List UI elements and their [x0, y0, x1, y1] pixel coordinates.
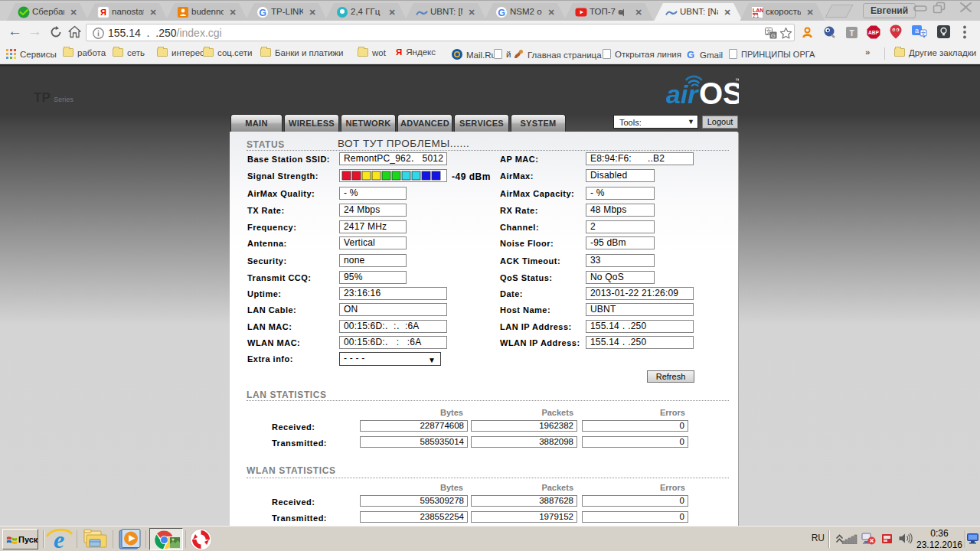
svg-text:а: а: [915, 27, 919, 34]
svg-text:OS: OS: [699, 77, 739, 109]
svg-text:ABP: ABP: [868, 30, 880, 35]
svg-text:Я: Я: [100, 8, 106, 17]
svg-text:G: G: [687, 49, 694, 60]
svg-text:™: ™: [735, 77, 739, 84]
svg-text:G: G: [771, 32, 776, 39]
svg-text:G: G: [259, 8, 266, 18]
svg-text:文: 文: [921, 31, 926, 36]
svg-text:T: T: [849, 29, 854, 37]
svg-text:LAN: LAN: [753, 8, 763, 13]
svg-text:air: air: [666, 80, 699, 109]
svg-text:G: G: [498, 8, 505, 18]
svg-text:2.1: 2.1: [753, 14, 760, 18]
